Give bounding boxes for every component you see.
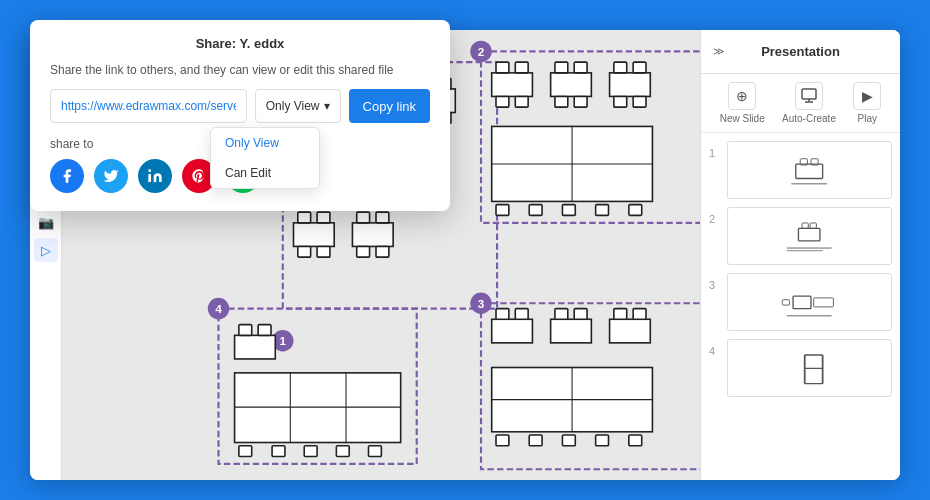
svg-rect-46 — [376, 212, 389, 223]
play-icon: ▶ — [853, 82, 881, 110]
slide-4-number: 4 — [709, 339, 721, 357]
svg-rect-71 — [629, 205, 642, 216]
svg-rect-74 — [258, 325, 271, 336]
svg-rect-60 — [614, 62, 627, 73]
svg-rect-83 — [369, 446, 382, 457]
svg-rect-63 — [633, 96, 646, 107]
svg-rect-44 — [352, 223, 393, 247]
svg-rect-92 — [633, 309, 646, 320]
svg-rect-48 — [376, 246, 389, 257]
svg-rect-56 — [574, 62, 587, 73]
slide-1-svg — [744, 148, 874, 193]
slide-2-svg — [744, 214, 874, 259]
right-panel-title: Presentation — [761, 44, 840, 59]
svg-rect-81 — [304, 446, 317, 457]
svg-rect-55 — [555, 62, 568, 73]
svg-rect-86 — [515, 309, 528, 320]
slide-item-4[interactable]: 4 — [709, 339, 892, 397]
right-panel-header: ≫ Presentation — [701, 30, 900, 74]
slide-3-svg — [744, 280, 874, 325]
panel-collapse-button[interactable]: ≫ — [709, 42, 729, 62]
play-button[interactable]: ▶ Play — [853, 82, 881, 124]
svg-rect-79 — [239, 446, 252, 457]
permission-arrow: ▾ — [324, 99, 330, 113]
svg-rect-75 — [235, 373, 401, 443]
slides-list: 1 2 — [701, 133, 900, 480]
slide-item-3[interactable]: 3 — [709, 273, 892, 331]
left-present-icon[interactable]: ▷ — [34, 238, 58, 262]
share-link-row: Only View ▾ Copy link Only View Can Edit — [50, 89, 430, 123]
slide-3-thumb — [727, 273, 892, 331]
svg-rect-87 — [551, 319, 592, 343]
svg-rect-70 — [596, 205, 609, 216]
svg-rect-72 — [235, 335, 276, 359]
svg-rect-109 — [774, 214, 846, 259]
slide-1-thumb — [727, 141, 892, 199]
svg-rect-97 — [529, 435, 542, 446]
svg-text:1: 1 — [280, 334, 287, 347]
permission-dropdown: Only View Can Edit — [210, 127, 320, 189]
svg-rect-100 — [629, 435, 642, 446]
slide-2-number: 2 — [709, 207, 721, 225]
share-permission-button[interactable]: Only View ▾ — [255, 89, 341, 123]
play-label: Play — [858, 113, 877, 124]
svg-rect-104 — [774, 148, 846, 193]
svg-rect-61 — [633, 62, 646, 73]
svg-rect-98 — [562, 435, 575, 446]
auto-create-icon — [795, 82, 823, 110]
svg-rect-45 — [357, 212, 370, 223]
svg-rect-67 — [496, 205, 509, 216]
svg-text:4: 4 — [215, 302, 222, 315]
svg-rect-85 — [496, 309, 509, 320]
svg-rect-62 — [614, 96, 627, 107]
slide-4-thumb — [727, 339, 892, 397]
left-photo-icon[interactable]: 📷 — [34, 210, 58, 234]
svg-point-126 — [148, 169, 151, 172]
slide-item-1[interactable]: 1 — [709, 141, 892, 199]
svg-rect-52 — [496, 96, 509, 107]
svg-rect-90 — [610, 319, 651, 343]
new-slide-icon: ⊕ — [728, 82, 756, 110]
svg-rect-43 — [317, 246, 330, 257]
right-panel: ≫ Presentation ⊕ New Slide Auto-Create ▶… — [700, 30, 900, 480]
svg-rect-54 — [551, 73, 592, 97]
svg-rect-47 — [357, 246, 370, 257]
svg-rect-50 — [496, 62, 509, 73]
svg-rect-73 — [239, 325, 252, 336]
share-url-input[interactable] — [50, 89, 247, 123]
svg-text:2: 2 — [478, 45, 485, 58]
svg-rect-51 — [515, 62, 528, 73]
slide-1-number: 1 — [709, 141, 721, 159]
slide-4-svg — [744, 346, 874, 391]
svg-rect-88 — [555, 309, 568, 320]
svg-rect-101 — [802, 89, 816, 99]
presentation-actions: ⊕ New Slide Auto-Create ▶ Play — [701, 74, 900, 133]
svg-text:3: 3 — [478, 297, 485, 310]
svg-rect-59 — [610, 73, 651, 97]
svg-rect-39 — [294, 223, 335, 247]
new-slide-button[interactable]: ⊕ New Slide — [720, 82, 765, 124]
share-description: Share the link to others, and they can v… — [50, 63, 430, 77]
permission-label: Only View — [266, 99, 320, 113]
svg-rect-91 — [614, 309, 627, 320]
dropdown-only-view[interactable]: Only View — [211, 128, 319, 158]
auto-create-button[interactable]: Auto-Create — [782, 82, 836, 124]
dropdown-can-edit[interactable]: Can Edit — [211, 158, 319, 188]
svg-rect-41 — [317, 212, 330, 223]
svg-rect-42 — [298, 246, 311, 257]
svg-rect-53 — [515, 96, 528, 107]
new-slide-label: New Slide — [720, 113, 765, 124]
share-twitter-button[interactable] — [94, 159, 128, 193]
svg-rect-69 — [562, 205, 575, 216]
share-linkedin-button[interactable] — [138, 159, 172, 193]
slide-3-number: 3 — [709, 273, 721, 291]
share-modal-title: Share: Y. eddx — [50, 36, 430, 51]
share-facebook-button[interactable] — [50, 159, 84, 193]
svg-rect-57 — [555, 96, 568, 107]
slide-item-2[interactable]: 2 — [709, 207, 892, 265]
svg-rect-99 — [596, 435, 609, 446]
svg-rect-82 — [336, 446, 349, 457]
svg-rect-84 — [492, 319, 533, 343]
svg-rect-68 — [529, 205, 542, 216]
share-copy-button[interactable]: Copy link — [349, 89, 430, 123]
